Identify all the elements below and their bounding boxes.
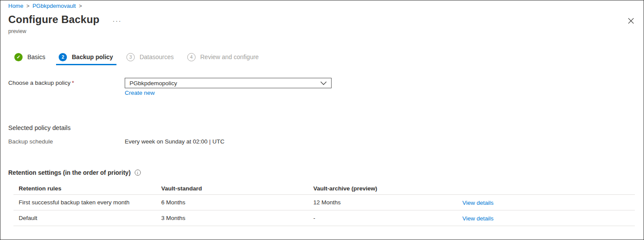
tab-review-and-configure[interactable]: 4 Review and configure xyxy=(186,53,260,61)
active-tab-underline xyxy=(56,64,116,65)
step-number-icon: 4 xyxy=(187,53,196,61)
tab-datasources[interactable]: 3 Datasources xyxy=(126,53,175,61)
wizard-steps: ✓ Basics 2 Backup policy 3 Datasources 4… xyxy=(13,51,259,63)
more-options-icon[interactable]: ··· xyxy=(113,17,122,24)
breadcrumb-separator-icon: > xyxy=(79,3,82,9)
preview-badge: preview xyxy=(8,28,26,34)
retention-table-header: Retention rules Vault-standard Vault-arc… xyxy=(13,182,635,195)
backup-schedule-value: Every week on Sunday at 02:00 | UTC xyxy=(125,138,224,145)
completed-check-icon: ✓ xyxy=(14,53,23,61)
breadcrumb-separator-icon: > xyxy=(27,3,30,9)
vault-archive-cell: - xyxy=(313,215,462,221)
chevron-down-icon xyxy=(320,81,327,85)
tab-backup-policy[interactable]: 2 Backup policy xyxy=(58,53,114,61)
configure-backup-blade: Home > PGbkpdemovault > Configure Backup… xyxy=(0,0,644,240)
step-number-icon: 2 xyxy=(59,53,67,61)
table-row: Default 3 Months - View details xyxy=(13,210,635,226)
create-new-link[interactable]: Create new xyxy=(125,90,155,96)
retention-settings-heading: Retention settings (in the order of prio… xyxy=(8,169,141,176)
breadcrumb-link-home[interactable]: Home xyxy=(8,3,23,9)
backup-schedule-label: Backup schedule xyxy=(8,138,53,145)
vault-standard-cell: 3 Months xyxy=(161,215,313,221)
breadcrumb: Home > PGbkpdemovault > xyxy=(8,3,82,9)
step-number-icon: 3 xyxy=(126,53,135,61)
tab-backup-policy-label: Backup policy xyxy=(72,53,113,60)
view-details-link[interactable]: View details xyxy=(462,200,494,206)
retention-table: Retention rules Vault-standard Vault-arc… xyxy=(13,182,635,226)
selected-policy-details-heading: Selected policy details xyxy=(8,124,70,131)
vault-archive-cell: 12 Months xyxy=(313,199,462,206)
tab-datasources-label: Datasources xyxy=(139,53,174,60)
close-button[interactable] xyxy=(627,17,634,24)
column-header-vault-archive: Vault-archive (preview) xyxy=(313,185,462,192)
backup-policy-selected-value: PGbkpdemopolicy xyxy=(129,80,320,87)
vault-standard-cell: 6 Months xyxy=(161,199,313,206)
tab-basics[interactable]: ✓ Basics xyxy=(13,53,46,61)
backup-policy-dropdown[interactable]: PGbkpdemopolicy xyxy=(125,78,332,88)
required-asterisk: * xyxy=(72,80,74,86)
tab-review-and-configure-label: Review and configure xyxy=(200,53,259,60)
retention-rule-cell: First successful backup taken every mont… xyxy=(19,199,161,206)
close-icon xyxy=(627,17,634,24)
breadcrumb-link-vault[interactable]: PGbkpdemovault xyxy=(33,3,76,9)
info-icon[interactable]: i xyxy=(135,170,141,176)
column-header-retention-rules: Retention rules xyxy=(19,185,161,192)
retention-rule-cell: Default xyxy=(19,215,161,221)
table-row: First successful backup taken every mont… xyxy=(13,195,635,210)
tab-basics-label: Basics xyxy=(27,53,45,60)
view-details-link[interactable]: View details xyxy=(462,215,494,222)
backup-policy-field-label: Choose a backup policy* xyxy=(8,80,74,86)
column-header-vault-standard: Vault-standard xyxy=(161,185,313,192)
page-title: Configure Backup xyxy=(8,13,100,26)
